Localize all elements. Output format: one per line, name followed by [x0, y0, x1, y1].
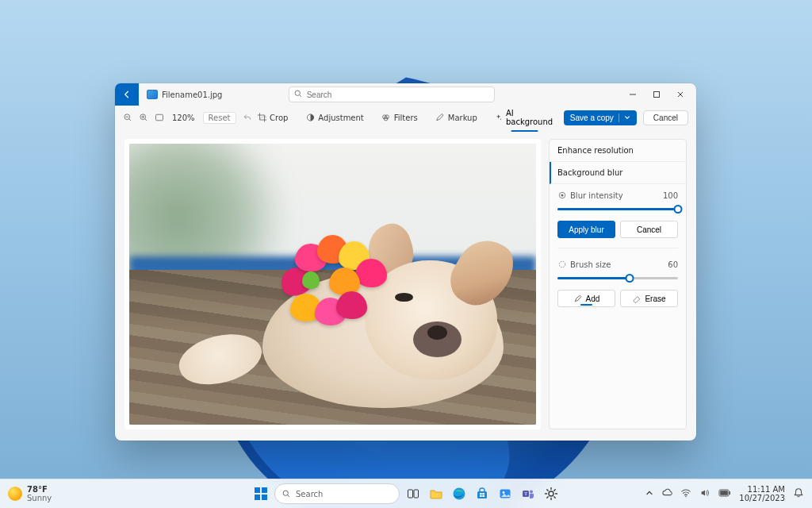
taskbar-app-store[interactable]: [473, 484, 492, 503]
background-blur-section[interactable]: Background blur: [550, 162, 686, 184]
wifi-icon: [680, 487, 691, 498]
zoom-level[interactable]: 120%: [172, 114, 195, 122]
tray-notifications-button[interactable]: [793, 487, 804, 500]
svg-rect-13: [255, 487, 260, 493]
photos-app-window: Filename01.jpg 120% Reset: [115, 83, 696, 441]
store-icon: [475, 487, 489, 501]
close-button[interactable]: [669, 86, 691, 103]
maximize-button[interactable]: [645, 86, 668, 103]
svg-rect-25: [482, 495, 485, 497]
ai-sparkle-icon: [495, 113, 503, 122]
tray-battery-icon[interactable]: [718, 488, 731, 499]
enhance-resolution-row[interactable]: Enhance resolution: [550, 140, 686, 162]
brush-add-label: Add: [586, 294, 600, 303]
image-file-icon: [147, 90, 158, 99]
titlebar-search[interactable]: [289, 87, 495, 102]
task-view-button[interactable]: [404, 484, 423, 503]
brush-erase-label: Erase: [645, 294, 665, 303]
arrow-left-icon: [122, 90, 132, 99]
blur-intensity-slider[interactable]: [557, 203, 678, 214]
undo-button[interactable]: [243, 113, 252, 122]
taskbar-app-settings[interactable]: [542, 484, 561, 503]
tab-ai-label: AI background: [506, 109, 554, 126]
taskbar-app-edge[interactable]: [450, 484, 469, 503]
panel-cancel-button[interactable]: Cancel: [620, 221, 678, 238]
folder-icon: [429, 487, 443, 501]
taskbar-search-label: Search: [296, 490, 323, 498]
gear-icon: [544, 487, 558, 501]
zoom-out-button[interactable]: [123, 113, 132, 122]
crop-icon: [257, 113, 266, 122]
sun-icon: [8, 487, 22, 501]
tab-crop[interactable]: Crop: [254, 111, 291, 124]
zoom-in-button[interactable]: [139, 113, 148, 122]
taskbar-weather[interactable]: 78°F Sunny: [8, 485, 52, 502]
tray-network-icon[interactable]: [680, 487, 691, 500]
save-a-copy-button[interactable]: Save a copy: [564, 110, 637, 125]
blur-intensity-value: 100: [663, 191, 678, 200]
taskbar-search[interactable]: Search: [274, 483, 400, 504]
markup-icon: [435, 113, 445, 122]
edge-icon: [452, 487, 466, 501]
brush-size-icon: [557, 260, 567, 269]
adjustment-icon: [305, 113, 315, 122]
back-button[interactable]: [115, 83, 139, 106]
tab-crop-label: Crop: [270, 114, 288, 122]
weather-cond: Sunny: [27, 494, 52, 502]
windows-logo-icon: [254, 487, 268, 501]
tray-time: 11:11 AM: [739, 485, 785, 494]
svg-rect-34: [721, 491, 729, 495]
tray-onedrive-icon[interactable]: [661, 487, 672, 500]
ai-background-panel: Enhance resolution Background blur Blur …: [549, 139, 687, 429]
image-canvas-frame: [124, 139, 541, 429]
svg-point-27: [503, 491, 505, 494]
minimize-button[interactable]: [622, 86, 644, 103]
search-icon: [293, 89, 303, 98]
reset-button[interactable]: Reset: [203, 112, 236, 124]
svg-rect-14: [262, 487, 267, 493]
taskbar-app-photos[interactable]: [496, 484, 515, 503]
svg-rect-24: [480, 495, 482, 497]
photos-icon: [498, 487, 512, 501]
filename-label: Filename01.jpg: [162, 90, 222, 99]
tab-adjustment[interactable]: Adjustment: [302, 111, 366, 124]
svg-rect-1: [654, 92, 660, 98]
cancel-button[interactable]: Cancel: [643, 110, 688, 125]
teams-icon: T: [521, 487, 535, 501]
brush-erase-button[interactable]: Erase: [620, 290, 678, 307]
svg-rect-4: [156, 114, 163, 121]
bg-blur-label: Background blur: [557, 168, 622, 177]
taskbar-app-explorer[interactable]: [427, 484, 446, 503]
search-input[interactable]: [289, 87, 495, 102]
cloud-icon: [661, 487, 672, 498]
save-label: Save a copy: [570, 114, 614, 122]
tray-clock[interactable]: 11:11 AM 10/27/2023: [739, 485, 785, 502]
svg-point-9: [500, 119, 501, 120]
blur-intensity-label: Blur intensity: [570, 191, 623, 200]
svg-rect-15: [255, 495, 260, 500]
chevron-up-icon: [645, 489, 653, 497]
tab-markup-label: Markup: [448, 114, 477, 122]
brush-add-button[interactable]: Add: [557, 290, 615, 307]
battery-icon: [718, 488, 731, 498]
brush-size-slider[interactable]: [557, 272, 678, 283]
tab-filters[interactable]: Filters: [378, 111, 421, 124]
tray-volume-icon[interactable]: [699, 487, 710, 500]
svg-rect-16: [262, 495, 267, 500]
tab-markup[interactable]: Markup: [432, 111, 481, 124]
svg-rect-22: [480, 493, 482, 495]
svg-rect-19: [414, 490, 419, 498]
taskbar-app-teams[interactable]: T: [519, 484, 538, 503]
apply-blur-button[interactable]: Apply blur: [557, 221, 615, 238]
svg-point-30: [530, 491, 533, 494]
start-button[interactable]: [251, 484, 270, 503]
bell-icon: [793, 487, 804, 498]
svg-rect-23: [482, 493, 485, 495]
fit-to-window-button[interactable]: [155, 113, 164, 122]
svg-point-31: [549, 491, 553, 496]
svg-point-32: [686, 496, 688, 498]
tray-overflow-button[interactable]: [645, 489, 653, 498]
weather-temp: 78°F: [27, 485, 52, 494]
image-canvas[interactable]: [129, 144, 536, 425]
tab-ai-background[interactable]: AI background: [492, 107, 557, 128]
